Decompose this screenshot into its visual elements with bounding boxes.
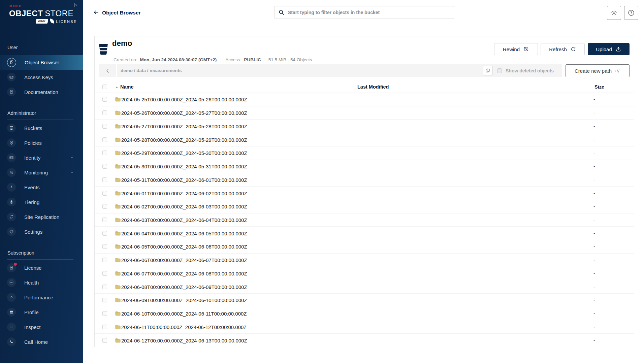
object-name[interactable]: 2024-05-31T00:00:00.000Z_2024-06-01T00:0… [121,177,247,183]
breadcrumb[interactable]: demo / data / measurements [121,64,182,77]
search-input[interactable] [274,6,454,19]
object-name[interactable]: 2024-05-30T00:00:00.000Z_2024-05-31T00:0… [121,164,247,169]
object-name[interactable]: 2024-06-07T00:00:00.000Z_2024-06-08T00:0… [121,270,247,276]
table-row[interactable]: 2024-05-27T00:00:00.000Z_2024-05-28T00:0… [95,120,634,133]
sidebar-item-monitoring[interactable]: Monitoring [0,165,83,180]
row-checkbox[interactable] [102,97,107,102]
row-checkbox[interactable] [102,137,107,142]
column-header-last-modified: Last Modified [357,84,389,90]
sidebar-item-profile[interactable]: Profile [0,305,83,320]
object-size: - [593,311,595,316]
folder-icon [115,285,121,289]
row-checkbox[interactable] [102,285,107,289]
object-name[interactable]: 2024-06-09T00:00:00.000Z_2024-06-10T00:0… [121,297,247,303]
object-name[interactable]: 2024-06-08T00:00:00.000Z_2024-06-09T00:0… [121,284,247,290]
row-checkbox[interactable] [102,110,107,115]
collapse-sidebar-icon[interactable] [73,2,79,8]
table-row[interactable]: 2024-05-29T00:00:00.000Z_2024-05-30T00:0… [95,146,634,160]
object-name[interactable]: 2024-05-27T00:00:00.000Z_2024-05-28T00:0… [121,123,247,129]
object-name[interactable]: 2024-06-11T00:00:00.000Z_2024-06-12T00:0… [121,324,247,330]
table-row[interactable]: 2024-06-03T00:00:00.000Z_2024-06-04T00:0… [95,213,634,227]
row-checkbox[interactable] [102,244,107,249]
row-checkbox[interactable] [102,151,107,155]
row-checkbox[interactable] [102,271,107,276]
folder-icon [115,338,121,343]
object-name[interactable]: 2024-05-25T00:00:00.000Z_2024-05-26T00:0… [121,97,247,102]
table-row[interactable]: 2024-06-02T00:00:00.000Z_2024-06-03T00:0… [95,200,634,213]
object-name[interactable]: 2024-06-01T00:00:00.000Z_2024-06-02T00:0… [121,190,247,196]
table-row[interactable]: 2024-06-04T00:00:00.000Z_2024-06-05T00:0… [95,227,634,240]
object-name[interactable]: 2024-06-06T00:00:00.000Z_2024-06-07T00:0… [121,257,247,263]
table-row[interactable]: 2024-06-08T00:00:00.000Z_2024-06-09T00:0… [95,280,634,294]
sidebar-item-health[interactable]: Health [0,275,83,290]
row-checkbox[interactable] [102,325,107,329]
sidebar-item-site-replication[interactable]: Site Replication [0,209,83,224]
object-name[interactable]: 2024-06-12T00:00:00.000Z_2024-06-13T00:0… [121,337,247,343]
row-checkbox[interactable] [102,191,107,196]
help-button[interactable]: ? [624,6,638,20]
sidebar-item-call-home[interactable]: Call Home [0,334,83,349]
sidebar-item-settings[interactable]: Settings [0,224,83,239]
column-header-name[interactable]: Name [120,84,134,90]
sidebar-item-object-browser[interactable]: Object Browser [0,55,83,70]
row-checkbox[interactable] [102,231,107,236]
table-row[interactable]: 2024-06-12T00:00:00.000Z_2024-06-13T00:0… [95,334,634,347]
sidebar-item-identity[interactable]: Identity [0,150,83,165]
sidebar-item-inspect[interactable]: Inspect [0,320,83,334]
sidebar-item-events[interactable]: λ Events [0,180,83,195]
copy-path-button[interactable] [483,66,493,75]
object-name[interactable]: 2024-06-02T00:00:00.000Z_2024-06-03T00:0… [121,204,247,209]
table-row[interactable]: 2024-06-07T00:00:00.000Z_2024-06-08T00:0… [95,267,634,280]
new-path-icon [615,68,620,74]
object-name[interactable]: 2024-05-26T00:00:00.000Z_2024-05-27T00:0… [121,110,247,116]
table-row[interactable]: 2024-06-09T00:00:00.000Z_2024-06-10T00:0… [95,294,634,307]
folder-icon [115,110,121,115]
create-new-path-button[interactable]: Create new path [566,64,630,77]
sidebar-item-documentation[interactable]: Documentation [0,85,83,99]
row-checkbox[interactable] [102,311,107,316]
row-checkbox[interactable] [102,204,107,209]
row-checkbox[interactable] [102,298,107,302]
sidebar-item-access-keys[interactable]: Access Keys [0,70,83,85]
object-name[interactable]: 2024-05-28T00:00:00.000Z_2024-05-29T00:0… [121,137,247,142]
table-row[interactable]: 2024-06-01T00:00:00.000Z_2024-06-02T00:0… [95,187,634,200]
show-deleted-checkbox[interactable] [497,68,502,73]
table-row[interactable]: 2024-05-25T00:00:00.000Z_2024-05-26T00:0… [95,93,634,106]
sidebar-item-license[interactable]: License [0,260,83,275]
table-row[interactable]: 2024-06-11T00:00:00.000Z_2024-06-12T00:0… [95,320,634,334]
sidebar-item-policies[interactable]: Policies [0,135,83,150]
table-row[interactable]: 2024-06-06T00:00:00.000Z_2024-06-07T00:0… [95,254,634,267]
table-row[interactable]: 2024-05-30T00:00:00.000Z_2024-05-31T00:0… [95,160,634,173]
object-name[interactable]: 2024-06-05T00:00:00.000Z_2024-06-06T00:0… [121,244,247,250]
row-checkbox[interactable] [102,124,107,129]
upload-button[interactable]: Upload [588,43,630,55]
breadcrumb-back-button[interactable] [99,64,116,77]
refresh-button[interactable]: Refresh [541,43,585,55]
gear-icon [610,9,618,16]
row-checkbox[interactable] [102,258,107,262]
object-name[interactable]: 2024-06-03T00:00:00.000Z_2024-06-04T00:0… [121,217,247,223]
select-all-checkbox[interactable] [102,85,107,89]
rewind-button[interactable]: Rewind [494,43,538,55]
object-name[interactable]: 2024-06-04T00:00:00.000Z_2024-06-05T00:0… [121,230,247,236]
row-checkbox[interactable] [102,177,107,182]
object-size: - [593,257,595,263]
back-arrow-icon[interactable] [93,9,99,15]
table-row[interactable]: 2024-06-10T00:00:00.000Z_2024-06-11T00:0… [95,307,634,321]
table-row[interactable]: 2024-05-31T00:00:00.000Z_2024-06-01T00:0… [95,173,634,187]
sidebar-item-performance[interactable]: Performance [0,290,83,305]
settings-button[interactable] [607,6,621,20]
sort-ascending-icon[interactable] [115,86,119,89]
object-name[interactable]: 2024-06-10T00:00:00.000Z_2024-06-11T00:0… [121,311,247,317]
row-checkbox[interactable] [102,338,107,343]
table-row[interactable]: 2024-06-05T00:00:00.000Z_2024-06-06T00:0… [95,240,634,254]
object-name[interactable]: 2024-05-29T00:00:00.000Z_2024-05-30T00:0… [121,150,247,156]
row-checkbox[interactable] [102,218,107,222]
table-row[interactable]: 2024-05-28T00:00:00.000Z_2024-05-29T00:0… [95,133,634,146]
sidebar-item-buckets[interactable]: Buckets [0,121,83,135]
row-checkbox[interactable] [102,164,107,169]
created-on-value: Mon, Jun 24 2024 08:30:07 (GMT+2) [140,57,217,62]
access-label: Access: [225,57,241,62]
sidebar-item-tiering[interactable]: Tiering [0,195,83,209]
table-row[interactable]: 2024-05-26T00:00:00.000Z_2024-05-27T00:0… [95,106,634,120]
